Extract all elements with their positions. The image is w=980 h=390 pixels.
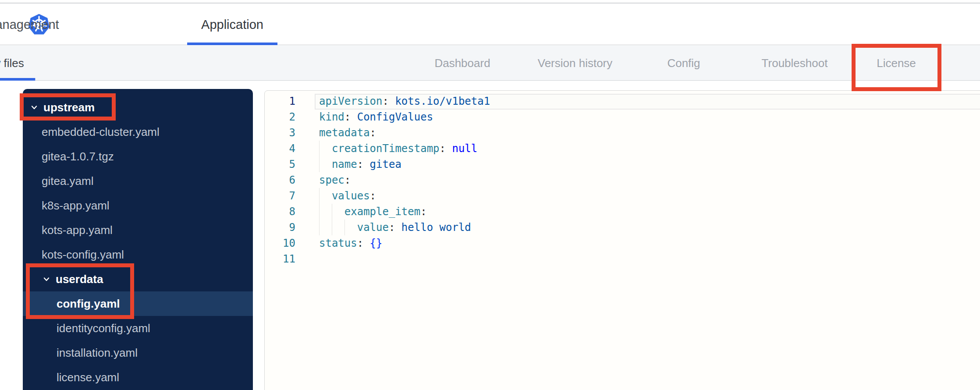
top-strip — [0, 0, 980, 4]
indent-guide — [319, 188, 320, 204]
token-punc: : — [420, 206, 426, 218]
code-line-6: 6spec: — [265, 172, 980, 188]
kots-admin-console: ApplicationCluster Management DashboardV… — [0, 0, 980, 390]
token-key: apiVersion — [319, 95, 383, 107]
indent-guide — [319, 204, 320, 220]
line-number: 6 — [265, 172, 295, 188]
code-line-11: 11 — [265, 251, 980, 267]
line-number: 9 — [265, 220, 295, 235]
code-text: name: gitea — [319, 156, 401, 172]
code-line-7: 7values: — [265, 188, 980, 204]
code-text: values: — [319, 188, 376, 204]
token-punc: : — [357, 158, 370, 170]
token-val: ConfigValues — [357, 111, 433, 123]
line-number: 2 — [265, 109, 295, 125]
token-punc: : — [370, 127, 376, 139]
code-text: example_item: — [319, 204, 427, 220]
subnav-tab-dashboard[interactable]: Dashboard — [434, 46, 490, 81]
token-punc: : — [440, 142, 452, 155]
line-number: 11 — [265, 251, 295, 267]
tree-row-label: gitea.yaml — [42, 169, 94, 193]
subnav-tab-view-files[interactable]: View files — [0, 46, 24, 81]
tree-row-label: config.yaml — [57, 291, 120, 316]
indent-guide — [332, 220, 332, 235]
code-text: kind: ConfigValues — [319, 109, 433, 125]
line-number: 4 — [265, 141, 295, 156]
subnav-tab-config[interactable]: Config — [667, 46, 700, 81]
tree-row-label: kots-app.yaml — [42, 218, 113, 242]
token-key: kind — [319, 111, 344, 123]
tree-row-label: upstream — [43, 95, 95, 120]
tree-row-upstream[interactable]: upstream — [23, 95, 253, 120]
tree-row-gitea-yaml[interactable]: gitea.yaml — [23, 169, 253, 193]
indent-guide — [319, 220, 320, 235]
line-number: 1 — [265, 93, 295, 109]
code-line-9: 9value: hello world — [265, 220, 980, 235]
code-text: status: {} — [319, 235, 383, 251]
tree-row-gitea-1-0-7-tgz[interactable]: gitea-1.0.7.tgz — [23, 144, 253, 169]
code-line-3: 3metadata: — [265, 125, 980, 141]
tree-row-kots-config-yaml[interactable]: kots-config.yaml — [23, 242, 253, 267]
tree-row-label: kots-config.yaml — [42, 242, 124, 267]
token-key: metadata — [319, 127, 370, 139]
token-punc: : — [389, 221, 401, 234]
tree-row-label: embedded-cluster.yaml — [42, 120, 160, 144]
code-text: spec: — [319, 172, 351, 188]
tree-row-label: userdata — [56, 267, 103, 291]
tree-row-k8s-app-yaml[interactable]: k8s-app.yaml — [23, 193, 253, 218]
file-tree-sidebar: upstreamembedded-cluster.yamlgitea-1.0.7… — [23, 89, 253, 390]
code-line-1: 1apiVersion: kots.io/v1beta1 — [265, 93, 980, 109]
tree-row-embedded-cluster-yaml[interactable]: embedded-cluster.yaml — [23, 120, 253, 144]
code-line-10: 10status: {} — [265, 235, 980, 251]
file-content-editor[interactable]: 1apiVersion: kots.io/v1beta12kind: Confi… — [264, 90, 980, 390]
token-key: name — [332, 158, 357, 170]
code-text: apiVersion: kots.io/v1beta1 — [319, 93, 490, 109]
tree-row-installation-yaml[interactable]: installation.yaml — [23, 340, 253, 365]
token-val: kots.io/v1beta1 — [395, 95, 490, 107]
token-val: hello world — [401, 221, 471, 234]
tree-row-label: gitea-1.0.7.tgz — [42, 144, 114, 169]
file-tree: upstreamembedded-cluster.yamlgitea-1.0.7… — [23, 95, 253, 390]
indent-guide — [319, 141, 320, 156]
code-line-8: 8example_item: — [265, 204, 980, 220]
indent-guide — [344, 220, 345, 235]
code-line-2: 2kind: ConfigValues — [265, 109, 980, 125]
token-punc: : — [357, 237, 370, 249]
app-header: ApplicationCluster Management — [0, 4, 980, 45]
code-line-5: 5name: gitea — [265, 156, 980, 172]
code-text: value: hello world — [319, 220, 471, 235]
tree-row-label: identityconfig.yaml — [57, 316, 150, 340]
tab-application[interactable]: Application — [201, 4, 263, 45]
token-punc: : — [370, 190, 376, 202]
tree-row-identityconfig-yaml[interactable]: identityconfig.yaml — [23, 316, 253, 340]
indent-guide — [332, 204, 332, 220]
line-number: 3 — [265, 125, 295, 141]
line-number: 10 — [265, 235, 295, 251]
chevron-down-icon — [42, 275, 51, 284]
token-br: {} — [370, 237, 383, 249]
tab-cluster-management[interactable]: Cluster Management — [0, 4, 59, 45]
token-key: values — [332, 190, 370, 202]
tree-row-config-yaml[interactable]: config.yaml — [23, 291, 253, 316]
tree-row-label: license.yaml — [57, 365, 119, 390]
subnav-tab-license[interactable]: License — [877, 46, 916, 81]
token-key: status — [319, 237, 357, 249]
line-number: 7 — [265, 188, 295, 204]
token-val: gitea — [370, 158, 401, 170]
tree-row-userdata[interactable]: userdata — [23, 267, 253, 291]
tree-row-label: installation.yaml — [57, 340, 138, 365]
code-lines: 1apiVersion: kots.io/v1beta12kind: Confi… — [265, 93, 980, 267]
subnav-tab-version-history[interactable]: Version history — [538, 46, 613, 81]
subnav-tab-troubleshoot[interactable]: Troubleshoot — [762, 46, 828, 81]
tree-row-license-yaml[interactable]: license.yaml — [23, 365, 253, 390]
tree-row-kots-app-yaml[interactable]: kots-app.yaml — [23, 218, 253, 242]
line-number: 8 — [265, 204, 295, 220]
token-key: creationTimestamp — [332, 142, 440, 155]
token-punc: : — [344, 174, 351, 186]
token-kw: null — [452, 142, 477, 155]
code-text: creationTimestamp: null — [319, 141, 477, 156]
tree-row-label: k8s-app.yaml — [42, 193, 110, 218]
token-key: spec — [319, 174, 344, 186]
token-key: value — [357, 221, 389, 234]
token-key: example_item — [344, 206, 420, 218]
